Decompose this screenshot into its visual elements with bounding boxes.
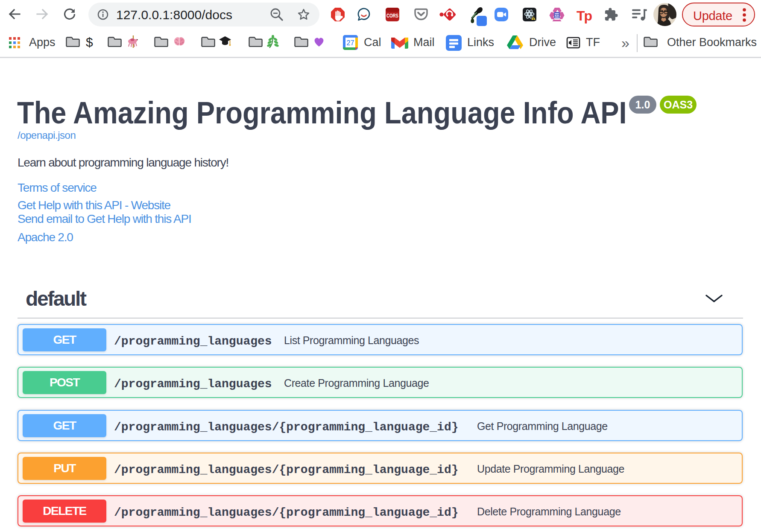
svg-text:CORS: CORS (386, 12, 398, 19)
svg-text:27: 27 (347, 39, 354, 47)
